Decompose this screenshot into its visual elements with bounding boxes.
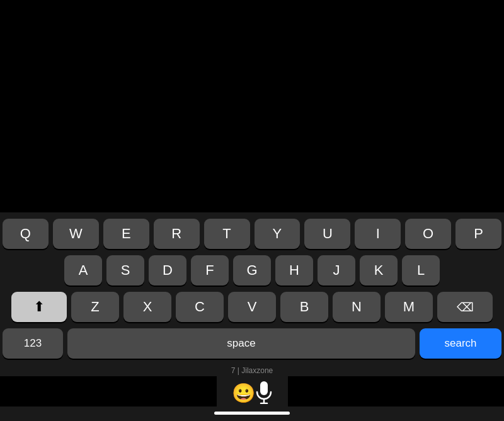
key-c[interactable]: C bbox=[176, 292, 224, 322]
key-n[interactable]: N bbox=[333, 292, 381, 322]
key-l[interactable]: L bbox=[402, 255, 440, 285]
home-indicator-bar bbox=[0, 407, 504, 421]
keyboard-row-1: Q W E R T Y U I O P bbox=[3, 219, 501, 249]
space-key[interactable]: space bbox=[67, 328, 415, 359]
key-f[interactable]: F bbox=[191, 255, 229, 285]
search-key[interactable]: search bbox=[420, 328, 501, 359]
key-a[interactable]: A bbox=[64, 255, 102, 285]
key-g[interactable]: G bbox=[233, 255, 271, 285]
home-bar bbox=[214, 412, 290, 415]
svg-rect-0 bbox=[260, 381, 268, 395]
key-m[interactable]: M bbox=[385, 292, 433, 322]
key-o[interactable]: O bbox=[405, 219, 451, 249]
keyboard-bottom-row: 123 space search bbox=[3, 328, 501, 361]
key-u[interactable]: U bbox=[304, 219, 350, 249]
key-y[interactable]: Y bbox=[255, 219, 301, 249]
numbers-key[interactable]: 123 bbox=[3, 328, 63, 359]
key-w[interactable]: W bbox=[53, 219, 99, 249]
key-t[interactable]: T bbox=[204, 219, 250, 249]
backspace-icon: ⌫ bbox=[457, 300, 474, 314]
key-s[interactable]: S bbox=[106, 255, 144, 285]
keyboard-row-2: A S D F G H J K L bbox=[3, 255, 501, 285]
backspace-key[interactable]: ⌫ bbox=[437, 292, 493, 322]
key-h[interactable]: H bbox=[275, 255, 313, 285]
key-b[interactable]: B bbox=[280, 292, 328, 322]
key-x[interactable]: X bbox=[123, 292, 171, 322]
key-q[interactable]: Q bbox=[3, 219, 49, 249]
keyboard: Q W E R T Y U I O P A S D F G H J K L ⬆ … bbox=[0, 212, 504, 364]
keyboard-row-3: ⬆ Z X C V B N M ⌫ bbox=[3, 292, 501, 322]
shift-key[interactable]: ⬆ bbox=[11, 292, 67, 322]
key-r[interactable]: R bbox=[154, 219, 200, 249]
emoji-mic-bar: 😀 bbox=[217, 376, 288, 407]
watermark: 7 | Jilaxzone bbox=[0, 364, 504, 376]
key-e[interactable]: E bbox=[103, 219, 149, 249]
key-p[interactable]: P bbox=[455, 219, 501, 249]
key-i[interactable]: I bbox=[355, 219, 401, 249]
microphone-button[interactable] bbox=[255, 381, 273, 404]
key-v[interactable]: V bbox=[228, 292, 276, 322]
emoji-button[interactable]: 😀 bbox=[232, 382, 255, 404]
shift-icon: ⬆ bbox=[33, 299, 45, 315]
key-j[interactable]: J bbox=[318, 255, 355, 285]
key-k[interactable]: K bbox=[360, 255, 398, 285]
key-d[interactable]: D bbox=[149, 255, 186, 285]
key-z[interactable]: Z bbox=[71, 292, 119, 322]
